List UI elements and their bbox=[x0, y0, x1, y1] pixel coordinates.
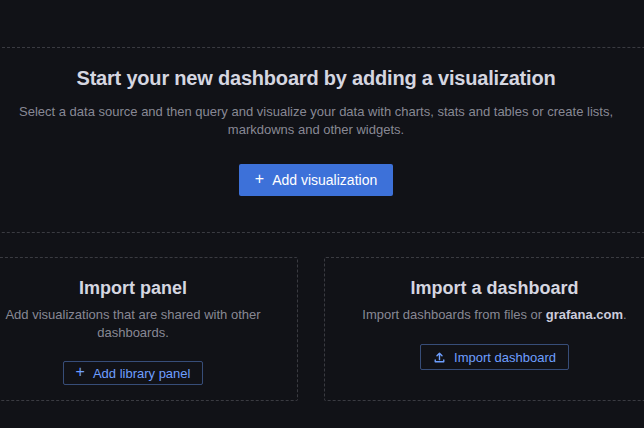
add-visualization-cta-panel: Start your new dashboard by adding a vis… bbox=[0, 47, 644, 233]
import-panel-subtitle-line-2: dashboards. bbox=[97, 324, 169, 342]
import-dashboard-button-label: Import dashboard bbox=[454, 351, 556, 364]
cta-subtitle-line-2: markdowns and other widgets. bbox=[228, 121, 404, 139]
add-library-panel-button-label: Add library panel bbox=[93, 367, 191, 380]
import-dashboard-subtitle-prefix: Import dashboards from files or bbox=[362, 307, 546, 322]
import-panel-subtitle-line-1: Add visualizations that are shared with … bbox=[5, 306, 260, 324]
import-dashboard-card: Import a dashboard Import dashboards fro… bbox=[324, 257, 644, 401]
cta-subtitle-line-1: Select a data source and then query and … bbox=[19, 103, 613, 121]
grafana-new-dashboard-canvas: { "colors": { "background": "#111217", "… bbox=[0, 0, 644, 428]
import-dashboard-subtitle-suffix: . bbox=[623, 307, 627, 322]
cta-title: Start your new dashboard by adding a vis… bbox=[77, 67, 556, 90]
import-dashboard-subtitle: Import dashboards from files or grafana.… bbox=[362, 306, 626, 324]
add-visualization-button-label: Add visualization bbox=[272, 173, 377, 187]
import-dashboard-title: Import a dashboard bbox=[410, 278, 578, 299]
import-panel-card: Import panel Add visualizations that are… bbox=[0, 257, 298, 401]
upload-icon bbox=[433, 351, 446, 364]
add-library-panel-button[interactable]: + Add library panel bbox=[63, 361, 204, 385]
plus-icon: + bbox=[76, 364, 85, 380]
import-panel-title: Import panel bbox=[79, 278, 187, 299]
plus-icon: + bbox=[255, 171, 264, 187]
import-dashboard-button[interactable]: Import dashboard bbox=[420, 344, 569, 370]
grafana-com-emphasis: grafana.com bbox=[546, 307, 623, 322]
add-visualization-button[interactable]: + Add visualization bbox=[239, 164, 393, 196]
